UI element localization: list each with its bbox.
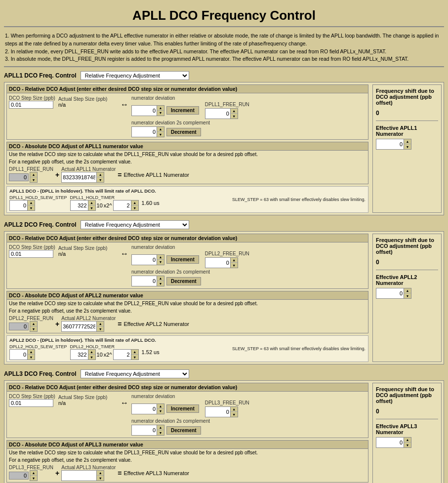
apll3-freerun-up[interactable]: ▲ <box>231 407 238 412</box>
apll1-absactual-down[interactable]: ▼ <box>97 177 104 182</box>
apll2-mode-select[interactable]: Relative Frequency AdjustmentAbsolute Fr… <box>81 220 189 229</box>
apll3-abs-row: DPLL3_FREE_RUN 0 ▲ ▼ + <box>7 464 368 482</box>
apll3-absactual-up[interactable]: ▲ <box>97 471 104 476</box>
apll1-freerun-input[interactable] <box>205 110 230 117</box>
apll2-2s-input[interactable] <box>132 278 157 284</box>
apll2-absactual-down[interactable]: ▼ <box>97 326 104 331</box>
apll1-arrow: ↔ <box>121 95 128 109</box>
apll1-numdev-up[interactable]: ▲ <box>157 106 164 111</box>
apll2-equals-sign: = <box>118 320 122 328</box>
apll1-freerun-up[interactable]: ▲ <box>231 109 238 114</box>
apll1-right-divider <box>376 121 438 121</box>
apll2-effective-num-input[interactable] <box>376 290 404 297</box>
apll2-slewtimer-input[interactable] <box>71 351 88 358</box>
apll2-freerun-down[interactable]: ▼ <box>231 263 238 268</box>
apll2-abs-dpll-group: DPLL2_FREE_RUN 0 ▲ ▼ <box>9 316 53 332</box>
apll3-effective-down[interactable]: ▼ <box>404 443 411 447</box>
apll3-abs-dpll-up[interactable]: ▲ <box>30 471 37 476</box>
apll2-exp-down[interactable]: ▼ <box>131 355 138 360</box>
apll2-slewtimer-down[interactable]: ▼ <box>88 355 95 360</box>
apll1-freerun-down[interactable]: ▼ <box>231 114 238 119</box>
apll1-abs-dpll-down[interactable]: ▼ <box>30 177 37 182</box>
apll3-increment-btn[interactable]: Increment <box>166 404 199 413</box>
apll1-absactual-input[interactable] <box>62 174 96 181</box>
apll2-section: APLL2 DCO Freq. Control Relative Frequen… <box>4 220 444 364</box>
apll2-decrement-btn[interactable]: Decrement <box>166 277 201 285</box>
apll3-numdev-input[interactable] <box>132 405 157 412</box>
apll1-2s-up[interactable]: ▲ <box>157 127 164 132</box>
apll1-slewtimer-up[interactable]: ▲ <box>88 201 95 205</box>
apll2-freerun-input[interactable] <box>205 259 230 266</box>
apll2-increment-btn[interactable]: Increment <box>166 255 199 264</box>
apll3-freerun-down[interactable]: ▼ <box>231 412 238 417</box>
apll1-effective-up[interactable]: ▲ <box>404 139 411 144</box>
apll2-slewtimer-up[interactable]: ▲ <box>88 350 95 355</box>
apll1-slewtimer-down[interactable]: ▼ <box>88 205 95 210</box>
apll2-abs-actual-group: Actual APLL2 Numerator ▲ ▼ <box>61 316 116 332</box>
apll1-2s-input[interactable] <box>132 128 157 135</box>
apll1-dco-left: DCO Step Size (ppb) Actual Step Size (pp… <box>9 95 118 109</box>
apll2-abs-row: DPLL2_FREE_RUN 0 ▲ ▼ + <box>7 315 368 333</box>
apll2-slewstep-input[interactable] <box>10 351 27 358</box>
note-1: 1. When performing a DCO adjustment to t… <box>5 32 443 48</box>
apll1-mode-select[interactable]: Relative Frequency AdjustmentAbsolute Fr… <box>81 71 189 80</box>
apll3-mode-select[interactable]: Relative Frequency AdjustmentAbsolute Fr… <box>81 369 189 378</box>
apll1-effective-num-input[interactable] <box>376 141 404 148</box>
apll1-numdev-input[interactable] <box>132 107 157 114</box>
apll2-main-row: DCO - Relative DCO Adjust (enter either … <box>4 232 444 364</box>
apll2-numdev-up[interactable]: ▲ <box>157 255 164 260</box>
apll3-effective-num-input[interactable] <box>376 439 404 446</box>
apll3-absactual-input[interactable] <box>62 472 96 479</box>
apll2-numdev-input[interactable] <box>132 256 157 263</box>
apll1-actual-value: n/a <box>58 102 66 108</box>
apll2-absactual-input[interactable] <box>62 323 96 330</box>
apll1-plus-sign: + <box>55 171 59 179</box>
apll1-effective-down[interactable]: ▼ <box>404 144 411 149</box>
apll3-freerun-input[interactable] <box>205 408 230 415</box>
apll1-numdev-down[interactable]: ▼ <box>157 111 164 116</box>
apll2-exp-input[interactable] <box>114 351 131 358</box>
apll2-abs-dpll-down[interactable]: ▼ <box>30 326 37 331</box>
apll1-abs-dpll-up[interactable]: ▲ <box>30 172 37 177</box>
apll3-2s-up[interactable]: ▲ <box>157 425 164 430</box>
apll2-step-input[interactable] <box>9 250 53 258</box>
apll1-exp-down[interactable]: ▼ <box>131 205 138 210</box>
apll1-slewstep-up[interactable]: ▲ <box>28 201 35 205</box>
apll1-exp-input[interactable] <box>114 202 131 209</box>
apll2-absactual-up[interactable]: ▲ <box>97 322 104 326</box>
apll2-effective-down[interactable]: ▼ <box>404 293 411 298</box>
apll2-2s-down[interactable]: ▼ <box>157 281 164 286</box>
apll1-absactual-up[interactable]: ▲ <box>97 172 104 177</box>
apll1-slewstep-down[interactable]: ▼ <box>28 205 35 210</box>
apll2-exp-up[interactable]: ▲ <box>131 350 138 355</box>
apll1-decrement-btn[interactable]: Decrement <box>166 128 201 136</box>
apll1-exp-up[interactable]: ▲ <box>131 201 138 205</box>
apll3-2s-down[interactable]: ▼ <box>157 430 164 435</box>
apll2-numdev-down[interactable]: ▼ <box>157 260 164 265</box>
apll3-absactual-down[interactable]: ▼ <box>97 476 104 481</box>
apll3-decrement-btn[interactable]: Decrement <box>166 426 201 435</box>
apll3-2s-input[interactable] <box>132 427 157 434</box>
apll2-freerun-up[interactable]: ▲ <box>231 258 238 263</box>
apll2-abs-dpll-up[interactable]: ▲ <box>30 322 37 326</box>
apll3-numdev-up[interactable]: ▲ <box>157 404 164 409</box>
apll3-abs-dpll-down[interactable]: ▼ <box>30 476 37 481</box>
apll2-relative-content: DCO Step Size (ppb) Actual Step Size (pp… <box>7 242 368 288</box>
apll2-plus-sign: + <box>55 320 59 328</box>
apll3-abs-title: DCO - Absolute DCO Adjust of APLL3 numer… <box>7 441 368 449</box>
apll3-effective-up[interactable]: ▲ <box>404 438 411 443</box>
apll3-numdev-down[interactable]: ▼ <box>157 409 164 414</box>
apll1-step-input[interactable] <box>9 101 53 109</box>
apll3-step-input[interactable] <box>9 399 53 407</box>
apll1-increment-btn[interactable]: Increment <box>166 106 199 115</box>
apll3-right-divider <box>376 419 438 419</box>
apll2-body: DCO - Relative DCO Adjust (enter either … <box>4 231 444 364</box>
apll1-slewstep-input[interactable] <box>10 202 27 209</box>
apll2-2s-row: ▲ ▼ Decrement <box>131 276 366 286</box>
apll2-slewstep-up[interactable]: ▲ <box>28 350 35 355</box>
apll1-2s-down[interactable]: ▼ <box>157 132 164 137</box>
apll2-slewstep-down[interactable]: ▼ <box>28 355 35 360</box>
apll2-2s-up[interactable]: ▲ <box>157 276 164 281</box>
apll2-effective-up[interactable]: ▲ <box>404 288 411 293</box>
apll1-slewtimer-input[interactable] <box>71 202 88 209</box>
